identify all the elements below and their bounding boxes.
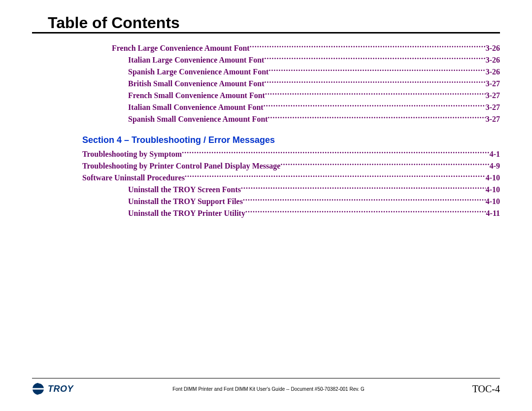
- toc-entry-page: 3-27: [486, 90, 500, 102]
- toc-entry[interactable]: British Small Convenience Amount Font 3-…: [32, 78, 500, 90]
- toc-entry-label: Uninstall the TROY Printer Utility: [128, 207, 245, 219]
- toc-leader-dots: [185, 172, 486, 180]
- toc-leader-dots: [264, 78, 485, 86]
- toc-entry[interactable]: Troubleshooting by Symptom 4-1: [32, 148, 500, 160]
- toc-entry[interactable]: Italian Large Convenience Amount Font 3-…: [32, 54, 500, 66]
- toc-entry-page: 4-10: [486, 196, 500, 207]
- toc-entry-page: 3-26: [486, 42, 500, 54]
- toc-leader-dots: [264, 102, 486, 110]
- toc-entry[interactable]: French Large Convenience Amount Font 3-2…: [32, 42, 500, 54]
- page-content: Table of Contents French Large Convenien…: [32, 14, 500, 401]
- toc-leader-dots: [268, 67, 485, 74]
- toc-entry-label: Troubleshooting by Printer Control Panel…: [82, 160, 280, 172]
- toc-entry-page: 4-11: [486, 207, 500, 219]
- logo-text: TROY: [48, 384, 73, 394]
- toc-leader-dots: [182, 149, 490, 157]
- toc-entry-label: Uninstall the TROY Screen Fonts: [128, 184, 241, 196]
- toc-entry-page: 3-27: [486, 102, 500, 113]
- toc-leader-dots: [245, 208, 486, 216]
- globe-icon: [32, 382, 45, 395]
- toc-entry[interactable]: Uninstall the TROY Printer Utility 4-11: [32, 207, 500, 219]
- toc-leader-dots: [280, 161, 489, 169]
- toc-entry-page: 4-9: [490, 160, 500, 172]
- toc-entry-label: Troubleshooting by Symptom: [82, 148, 182, 160]
- toc-leader-dots: [265, 90, 486, 98]
- title-wrap: Table of Contents: [32, 14, 500, 34]
- toc-entry[interactable]: Spanish Small Convenience Amount Font 3-…: [32, 113, 500, 125]
- page-title: Table of Contents: [32, 14, 500, 32]
- toc-entry[interactable]: Uninstall the TROY Support Files 4-10: [32, 196, 500, 207]
- toc-entry-page: 3-26: [486, 66, 500, 78]
- footer-row: TROY Font DIMM Printer and Font DIMM Kit…: [32, 382, 500, 395]
- toc-entry-label: French Small Convenience Amount Font: [128, 90, 265, 102]
- toc-entry[interactable]: Uninstall the TROY Screen Fonts 4-10: [32, 184, 500, 196]
- troy-logo: TROY: [32, 382, 81, 395]
- svg-rect-1: [33, 388, 44, 390]
- toc-leader-dots: [243, 196, 486, 204]
- toc-leader-dots: [250, 43, 486, 51]
- toc-entry-page: 3-27: [486, 113, 500, 125]
- toc-entry-page: 4-10: [486, 172, 500, 184]
- toc-entry-label: Spanish Small Convenience Amount Font: [128, 113, 268, 125]
- toc-entry-page: 3-26: [486, 54, 500, 66]
- toc-entry-label: Software Uninstall Procedures: [82, 172, 185, 184]
- footer: TROY Font DIMM Printer and Font DIMM Kit…: [32, 378, 500, 395]
- toc-leader-dots: [264, 55, 485, 63]
- toc-entry-page: 4-10: [486, 184, 500, 196]
- toc-leader-dots: [241, 184, 486, 192]
- toc-leader-dots: [268, 114, 486, 122]
- footer-doc-info: Font DIMM Printer and Font DIMM Kit User…: [81, 386, 456, 392]
- footer-page-number: TOC-4: [456, 383, 500, 395]
- toc-entry[interactable]: Troubleshooting by Printer Control Panel…: [32, 160, 500, 172]
- toc-entry-label: British Small Convenience Amount Font: [128, 78, 264, 90]
- toc-entry-label: Uninstall the TROY Support Files: [128, 196, 243, 207]
- section-heading-troubleshooting[interactable]: Section 4 – Troubleshooting / Error Mess…: [32, 135, 500, 145]
- toc-entry-page: 3-27: [486, 78, 500, 90]
- toc-entry[interactable]: Spanish Large Convenience Amount Font 3-…: [32, 66, 500, 78]
- toc-entry[interactable]: Software Uninstall Procedures 4-10: [32, 172, 500, 184]
- footer-rule: [32, 378, 500, 378]
- toc-entry-label: French Large Convenience Amount Font: [112, 42, 250, 54]
- toc-entry-label: Italian Small Convenience Amount Font: [128, 102, 264, 113]
- toc-entry[interactable]: Italian Small Convenience Amount Font 3-…: [32, 102, 500, 113]
- toc-entry-label: Italian Large Convenience Amount Font: [128, 54, 264, 66]
- toc-entry-page: 4-1: [490, 148, 500, 160]
- toc-entry[interactable]: French Small Convenience Amount Font 3-2…: [32, 90, 500, 102]
- toc-entry-label: Spanish Large Convenience Amount Font: [128, 66, 268, 78]
